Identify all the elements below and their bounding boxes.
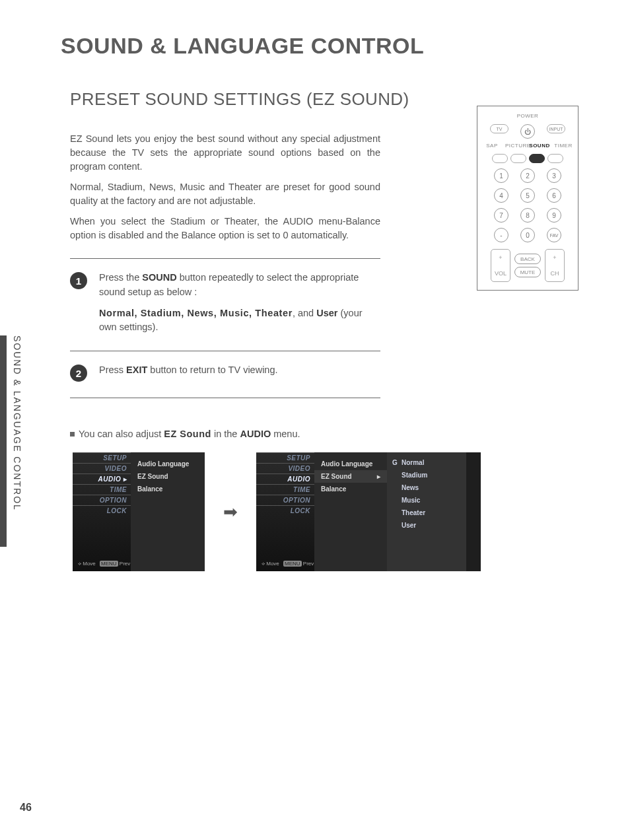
osd-tab-setup: SETUP	[256, 452, 314, 463]
step-1-presets: Normal, Stadium, News, Music, Theater	[99, 308, 293, 318]
note-pre: You can also adjust	[79, 429, 164, 439]
remote-key-4: 4	[494, 188, 508, 203]
remote-vol-rocker: + VOL	[491, 249, 510, 282]
separator	[70, 351, 380, 351]
remote-key-6: 6	[547, 188, 561, 203]
osd-footer: ⟡ Move MENU Prev	[78, 561, 130, 567]
osd-opt-user: User	[387, 519, 466, 532]
remote-vol-label: VOL	[495, 270, 507, 277]
osd-diagram: SETUP VIDEO AUDIO ▸ TIME OPTION LOCK Aud…	[73, 452, 590, 571]
osd-tab-option: OPTION	[73, 495, 131, 505]
remote-key-1: 1	[494, 168, 508, 183]
remote-key-3: 3	[547, 168, 561, 183]
remote-power-button: ⏻	[520, 124, 535, 139]
osd-tab-lock: LOCK	[256, 505, 314, 516]
intro-p2: Normal, Stadium, News, Music and Theater…	[70, 180, 380, 208]
osd-footer: ⟡ Move MENU Prev	[262, 561, 314, 567]
osd-opt-news: News	[387, 481, 466, 494]
remote-label-sap: SAP	[481, 143, 503, 149]
osd-tab-setup: SETUP	[73, 452, 131, 463]
remote-label-sound: SOUND	[529, 143, 550, 149]
step-2-badge: 2	[70, 365, 87, 382]
osd-tab-video: VIDEO	[73, 463, 131, 473]
note-ezsound: EZ Sound	[164, 429, 211, 439]
osd-left: SETUP VIDEO AUDIO ▸ TIME OPTION LOCK Aud…	[73, 452, 205, 571]
remote-illustration: POWER TV ⏻ INPUT SAP PICTURE SOUND TIMER…	[477, 106, 578, 291]
intro-p3: When you select the Stadium or Theater, …	[70, 215, 380, 242]
osd-item-ez-sound: EZ Sound▸	[314, 470, 387, 483]
intro-p1: EZ Sound lets you enjoy the best sound w…	[70, 132, 380, 174]
osd-opt-theater: Theater	[387, 507, 466, 519]
remote-vol-plus: +	[499, 254, 502, 261]
note-tail: menu.	[271, 429, 300, 439]
note-audio: AUDIO	[240, 429, 271, 439]
note-line: You can also adjust EZ Sound in the AUDI…	[70, 429, 590, 439]
osd-item-balance: Balance	[314, 483, 387, 495]
remote-key-2: 2	[520, 168, 535, 183]
osd-tab-option: OPTION	[256, 495, 314, 505]
step-1: 1 Press the SOUND button repeatedly to s…	[70, 271, 380, 335]
bullet-icon	[70, 432, 75, 437]
remote-timer-button	[547, 154, 563, 163]
step-1-text-a: Press the	[99, 272, 142, 283]
osd-tab-video: VIDEO	[256, 463, 314, 473]
osd-item-ez-sound: EZ Sound	[131, 470, 205, 483]
remote-key-dash: -	[494, 228, 508, 242]
separator	[70, 398, 380, 398]
osd-opt-music: Music	[387, 494, 466, 507]
osd-tab-audio: AUDIO	[256, 473, 314, 484]
step-2-exit-label: EXIT	[126, 365, 147, 375]
arrow-right-icon: ➡	[223, 502, 238, 522]
note-mid: in the	[211, 429, 240, 439]
remote-key-fav: FAV	[547, 228, 561, 242]
osd-item-balance: Balance	[131, 483, 205, 495]
osd-tab-audio: AUDIO ▸	[73, 473, 131, 484]
remote-sound-button	[529, 154, 545, 163]
osd-opt-stadium: Stadium	[387, 469, 466, 481]
page-title: SOUND & LANGUAGE CONTROL	[61, 33, 590, 59]
side-chapter-label: SOUND & LANGUAGE CONTROL	[12, 335, 22, 511]
remote-key-5: 5	[520, 188, 535, 203]
remote-ch-plus: +	[553, 254, 556, 261]
osd-right: SETUP VIDEO AUDIO TIME OPTION LOCK Audio…	[256, 452, 481, 571]
side-chapter-tab: SOUND & LANGUAGE CONTROL	[0, 335, 20, 547]
remote-key-7: 7	[494, 208, 508, 223]
step-2-text-b: button to return to TV viewing.	[147, 365, 277, 375]
osd-tab-lock: LOCK	[73, 505, 131, 516]
remote-key-9: 9	[547, 208, 561, 223]
remote-mute-button: MUTE	[514, 267, 541, 277]
remote-ch-rocker: + CH	[545, 249, 565, 282]
remote-label-picture: PICTURE	[505, 143, 526, 149]
osd-item-audio-language: Audio Language	[314, 458, 387, 470]
step-2-text-a: Press	[99, 365, 126, 375]
osd-opt-normal: Normal	[387, 456, 466, 469]
remote-back-button: BACK	[514, 254, 541, 264]
step-1-user: User	[316, 308, 337, 318]
remote-key-0: 0	[520, 228, 535, 242]
step-1-sound-label: SOUND	[142, 272, 176, 283]
separator	[70, 258, 380, 259]
page-number: 46	[20, 802, 32, 814]
remote-label-power: POWER	[477, 113, 578, 119]
remote-label-timer: TIMER	[553, 143, 574, 149]
remote-input-button: INPUT	[547, 124, 565, 133]
osd-item-audio-language: Audio Language	[131, 458, 205, 470]
remote-tv-button: TV	[490, 124, 508, 133]
osd-tab-time: TIME	[256, 484, 314, 495]
step-1-and: , and	[293, 308, 316, 318]
remote-sap-button	[492, 154, 508, 163]
step-2: 2 Press EXIT button to return to TV view…	[70, 363, 380, 382]
intro-block: EZ Sound lets you enjoy the best sound w…	[70, 132, 380, 242]
remote-ch-label: CH	[551, 270, 559, 277]
step-1-badge: 1	[70, 272, 87, 289]
remote-picture-button	[510, 154, 526, 163]
osd-tab-time: TIME	[73, 484, 131, 495]
remote-key-8: 8	[520, 208, 535, 223]
caret-right-icon: ▸	[377, 473, 380, 480]
